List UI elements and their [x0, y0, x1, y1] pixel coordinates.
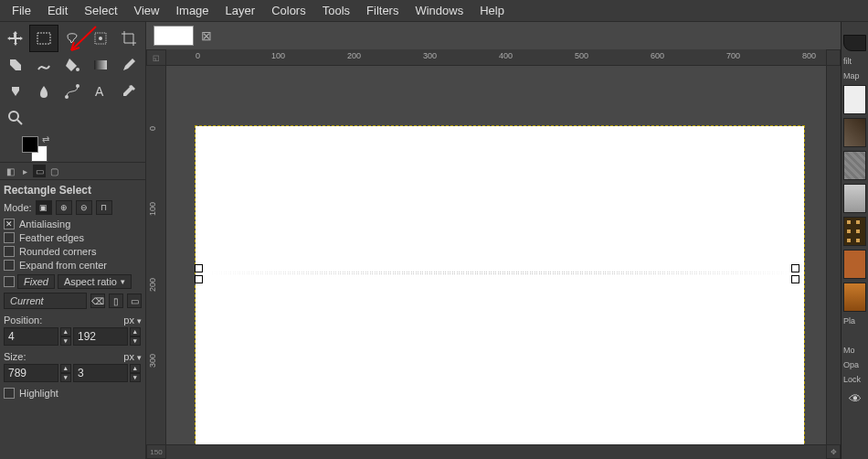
color-swatches: ⇄ [0, 134, 145, 162]
nav-corner[interactable]: ✥ [826, 444, 841, 459]
document-tabs: ⊠ [146, 22, 841, 49]
pattern-swatch[interactable] [843, 250, 866, 279]
dock-tab-2[interactable]: ▸ [18, 165, 31, 177]
ruler-tick: 300 [148, 354, 157, 368]
position-unit-dropdown[interactable]: px ▾ [123, 315, 142, 326]
horizontal-ruler[interactable]: 0 100 200 300 400 500 600 700 800 [166, 49, 826, 66]
right-dock: filt Map Pla Mo Opa Lock 👁 [841, 22, 868, 459]
menu-image[interactable]: Image [167, 1, 217, 20]
pattern-swatch[interactable] [843, 217, 866, 246]
position-x-input[interactable] [4, 327, 58, 346]
selection-handle-sw[interactable] [195, 275, 203, 283]
chevron-down-icon: ▾ [121, 277, 125, 286]
tool-color-picker[interactable] [115, 79, 143, 104]
selection-handle-nw[interactable] [195, 264, 203, 272]
svg-point-3 [76, 68, 79, 71]
menu-help[interactable]: Help [471, 1, 513, 20]
menubar: File Edit Select View Image Layer Colors… [0, 0, 868, 22]
checkbox-rounded[interactable] [4, 246, 15, 257]
spin-down[interactable]: ▾ [130, 373, 141, 382]
label-expand: Expand from center [19, 260, 107, 271]
vertical-ruler[interactable]: 0 100 200 300 [146, 66, 166, 444]
pattern-swatch[interactable] [843, 283, 866, 312]
checkbox-highlight[interactable] [4, 388, 15, 399]
landscape-icon[interactable]: ▭ [127, 294, 142, 308]
checkbox-fixed[interactable] [4, 276, 15, 287]
canvas-viewport[interactable] [166, 66, 826, 444]
pattern-swatch[interactable] [843, 118, 866, 147]
checkbox-expand[interactable] [4, 260, 15, 271]
fixed-mode-dropdown[interactable]: Aspect ratio▾ [58, 274, 132, 289]
document-tab[interactable] [153, 26, 194, 46]
dock-tab-1[interactable]: ◧ [4, 165, 16, 177]
spin-up[interactable]: ▴ [130, 364, 141, 373]
ruler-tick: 100 [148, 202, 157, 216]
tool-gradient[interactable] [87, 52, 114, 78]
portrait-icon[interactable]: ▯ [109, 294, 123, 308]
tool-zoom[interactable] [2, 105, 29, 131]
tool-rectangle-select[interactable] [30, 26, 58, 51]
current-ratio[interactable]: Current [4, 293, 87, 309]
menu-layer[interactable]: Layer [217, 1, 264, 20]
pattern-swatch[interactable] [843, 85, 866, 114]
tool-clone[interactable] [2, 79, 29, 104]
menu-file[interactable]: File [4, 1, 39, 20]
spin-down[interactable]: ▾ [60, 336, 71, 346]
checkbox-antialiasing[interactable] [4, 219, 15, 230]
menu-colors[interactable]: Colors [263, 1, 314, 20]
menu-view[interactable]: View [126, 1, 168, 20]
foreground-color[interactable] [22, 136, 38, 153]
ruler-corner[interactable]: ◱ [146, 49, 166, 66]
spin-up[interactable]: ▴ [60, 327, 71, 336]
menu-select[interactable]: Select [76, 1, 125, 20]
pattern-swatch[interactable] [843, 151, 866, 180]
left-dock: A ⇄ ◧ ▸ ▭ ▢ Rectangle Select Mode: ▣ [0, 22, 146, 459]
clear-icon[interactable]: ⌫ [90, 294, 105, 308]
menu-filters[interactable]: Filters [358, 1, 407, 20]
rectangle-selection[interactable] [198, 272, 796, 274]
spin-up[interactable]: ▴ [130, 327, 141, 336]
horizontal-scrollbar[interactable] [166, 444, 826, 459]
svg-rect-0 [37, 33, 50, 44]
tool-move[interactable] [2, 26, 29, 51]
spin-down[interactable]: ▾ [130, 336, 141, 346]
mode-replace[interactable]: ▣ [36, 200, 52, 215]
tool-bucket-fill[interactable] [58, 52, 86, 78]
tool-text[interactable]: A [87, 79, 114, 104]
menu-edit[interactable]: Edit [39, 1, 76, 20]
swap-colors-icon[interactable]: ⇄ [42, 134, 49, 144]
tool-paths[interactable] [58, 79, 86, 104]
checkbox-feather[interactable] [4, 232, 15, 243]
tool-crop[interactable] [115, 26, 143, 51]
close-tab-icon[interactable]: ⊠ [201, 28, 212, 43]
visibility-icon[interactable]: 👁 [842, 391, 868, 406]
size-w-input[interactable] [4, 364, 58, 382]
pattern-swatch[interactable] [843, 184, 866, 213]
selection-handle-ne[interactable] [791, 264, 799, 272]
tool-warp[interactable] [30, 52, 58, 78]
tool-fuzzy-select[interactable] [87, 26, 114, 51]
tool-transform[interactable] [2, 52, 29, 78]
size-h-input[interactable] [73, 364, 128, 382]
tool-pencil[interactable] [115, 52, 143, 78]
tool-free-select[interactable] [58, 26, 86, 51]
image-window: ⊠ ◱ 0 100 200 300 400 500 600 700 800 0 … [146, 22, 841, 459]
dock-tab-3[interactable]: ▭ [33, 165, 46, 177]
mode-intersect[interactable]: ⊓ [96, 200, 112, 215]
right-tab-label[interactable]: Map [842, 69, 868, 82]
menu-tools[interactable]: Tools [314, 1, 358, 20]
position-y-input[interactable] [73, 327, 128, 346]
mode-subtract[interactable]: ⊖ [76, 200, 92, 215]
canvas[interactable] [196, 126, 804, 444]
toolbox: A [0, 22, 145, 134]
spin-up[interactable]: ▴ [60, 364, 71, 373]
size-unit-dropdown[interactable]: px ▾ [123, 351, 142, 362]
menu-windows[interactable]: Windows [407, 1, 471, 20]
vertical-scrollbar[interactable] [826, 66, 841, 444]
selection-handle-se[interactable] [791, 275, 799, 283]
dock-tab-4[interactable]: ▢ [48, 165, 60, 177]
spin-down[interactable]: ▾ [60, 373, 71, 382]
tool-smudge[interactable] [30, 79, 58, 104]
mode-add[interactable]: ⊕ [56, 200, 72, 215]
right-tab-label[interactable]: filt [842, 55, 868, 68]
